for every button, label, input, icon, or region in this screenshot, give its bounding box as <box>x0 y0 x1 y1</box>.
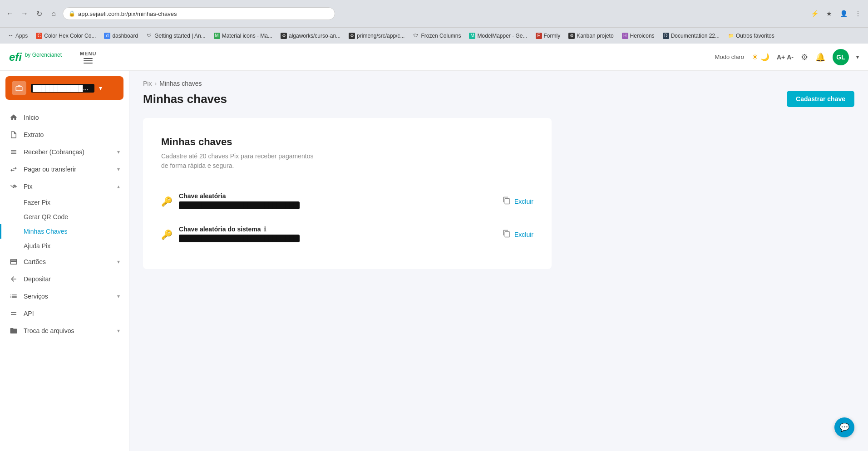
keys-card: Minhas chaves Cadastre até 20 chaves Pix… <box>143 118 552 269</box>
key-actions-2: Excluir <box>503 230 533 240</box>
browser-actions: ⚡ ★ 👤 ⋮ <box>808 7 864 20</box>
servicos-chevron: ▾ <box>117 293 120 299</box>
extensions-button[interactable]: ⚡ <box>808 7 821 20</box>
bookmark-frozen-label: Frozen Columns <box>421 33 461 39</box>
bookmark-colorhex[interactable]: C Color Hex Color Co... <box>32 31 99 40</box>
breadcrumb-current: Minhas chaves <box>159 80 202 87</box>
sidebar: ████████████████ ▾ Início Extrato <box>0 71 129 451</box>
arquivos-chevron: ▾ <box>117 328 120 334</box>
menu-lines <box>84 58 93 64</box>
sidebar-item-pix[interactable]: Pix ▴ <box>0 178 129 195</box>
settings-icon[interactable]: ⚙ <box>801 52 808 62</box>
forward-button[interactable]: → <box>18 7 31 20</box>
card-icon <box>9 258 18 266</box>
copy-key-1-button[interactable] <box>503 196 511 206</box>
sidebar-item-servicos[interactable]: Serviços ▾ <box>0 288 129 305</box>
sidebar-item-label-pagar: Pagar ou transferir <box>24 166 112 173</box>
excluir-key-1-button[interactable]: Excluir <box>514 198 533 205</box>
browser-nav-buttons: ← → ↻ ⌂ <box>4 7 60 20</box>
bookmark-button[interactable]: ★ <box>823 7 835 20</box>
sidebar-item-label-arquivos: Troca de arquivos <box>24 327 112 334</box>
font-controls: A+ A- <box>777 54 794 61</box>
bookmark-frozen[interactable]: 🛡 Frozen Columns <box>409 31 464 40</box>
excluir-key-2-button[interactable]: Excluir <box>514 231 533 238</box>
page-header: Minhas chaves Cadastrar chave <box>143 91 854 107</box>
apps-icon: ⚏ <box>7 33 14 39</box>
more-button[interactable]: ⋮ <box>852 7 864 20</box>
breadcrumb-parent[interactable]: Pix <box>143 80 152 87</box>
fazer-pix-label: Fazer Pix <box>24 199 50 206</box>
bookmark-kanban[interactable]: ⚙ Kanban projeto <box>565 31 617 40</box>
sidebar-item-api[interactable]: API <box>0 305 129 322</box>
breadcrumb: Pix › Minhas chaves <box>143 80 854 87</box>
sidebar-item-label-servicos: Serviços <box>24 293 112 300</box>
bookmark-material[interactable]: M Material icons - Ma... <box>210 31 276 40</box>
profile-button[interactable]: 👤 <box>837 7 850 20</box>
sidebar-subitem-fazer-pix[interactable]: Fazer Pix <box>0 195 129 210</box>
bookmark-algaworks-label: algaworks/curso-an... <box>289 33 340 39</box>
sidebar-item-inicio[interactable]: Início <box>0 109 129 126</box>
cartoes-chevron: ▾ <box>117 259 120 265</box>
sidebar-subitem-ajuda-pix[interactable]: Ajuda Pix <box>0 239 129 253</box>
register-key-button[interactable]: Cadastrar chave <box>787 91 854 107</box>
card-subtitle: Cadastre até 20 chaves Pix para receber … <box>161 152 533 171</box>
bookmarks-bar: ⚏ Apps C Color Hex Color Co... d dashboa… <box>0 27 868 44</box>
bookmark-documentation[interactable]: D Documentation 22... <box>659 31 723 40</box>
notifications-icon[interactable]: 🔔 <box>815 52 825 62</box>
modelmapper-icon: M <box>469 33 475 39</box>
main-layout: ████████████████ ▾ Início Extrato <box>0 71 868 451</box>
back-button[interactable]: ← <box>4 7 16 20</box>
sidebar-item-cartoes[interactable]: Cartões ▾ <box>0 253 129 270</box>
key-info-1: Chave aleatória ████████████████████████… <box>179 192 496 211</box>
user-avatar[interactable]: GL <box>833 49 849 65</box>
pix-chevron: ▴ <box>117 183 120 190</box>
info-icon-2[interactable]: ℹ <box>264 226 266 233</box>
sun-icon: ☀ <box>751 52 759 62</box>
menu-button[interactable]: MENU <box>80 51 96 64</box>
sidebar-item-receber[interactable]: Receber (Cobranças) ▾ <box>0 143 129 161</box>
sidebar-item-label-depositar: Depositar <box>24 275 120 283</box>
address-bar[interactable]: 🔒 app.sejaefi.com.br/pix/minhas-chaves <box>63 7 335 20</box>
reload-button[interactable]: ↻ <box>33 7 45 20</box>
bookmark-formly-label: Formly <box>544 33 561 39</box>
bookmark-modelmapper[interactable]: M ModelMapper - Ge... <box>465 31 531 40</box>
sidebar-item-arquivos[interactable]: Troca de arquivos ▾ <box>0 322 129 339</box>
bookmark-apps[interactable]: ⚏ Apps <box>4 31 31 40</box>
font-decrease-button[interactable]: A- <box>787 54 794 61</box>
copy-key-2-button[interactable] <box>503 230 511 240</box>
minhas-chaves-label: Minhas Chaves <box>24 228 68 235</box>
bookmark-outros[interactable]: 📁 Outros favoritos <box>724 31 778 40</box>
user-menu-chevron[interactable]: ▾ <box>856 54 859 60</box>
bookmark-algaworks[interactable]: ⚙ algaworks/curso-an... <box>277 31 344 40</box>
bookmark-heroicons[interactable]: H Heroicons <box>618 31 658 40</box>
key-type-1: Chave aleatória <box>179 192 496 200</box>
font-increase-button[interactable]: A+ <box>777 54 785 61</box>
account-selector[interactable]: ████████████████ ▾ <box>5 76 123 100</box>
key-list: 🔑 Chave aleatória ██████████████████████… <box>161 185 533 251</box>
bookmark-primeng[interactable]: ⚙ primeng/src/app/c... <box>345 31 408 40</box>
chat-button[interactable]: 💬 <box>834 417 854 437</box>
folder-icon: 📁 <box>728 33 734 39</box>
frozen-icon: 🛡 <box>413 33 419 39</box>
mode-label: Modo claro <box>715 54 744 60</box>
bookmark-heroicons-label: Heroicons <box>630 33 655 39</box>
sidebar-item-extrato[interactable]: Extrato <box>0 126 129 143</box>
sidebar-subitem-minhas-chaves[interactable]: Minhas Chaves <box>0 224 129 239</box>
bookmark-getting-started[interactable]: 🛡 Getting started | An... <box>143 31 209 40</box>
mode-toggle[interactable]: ☀ 🌙 <box>751 52 769 62</box>
account-name: ████████████████ <box>31 84 94 93</box>
breadcrumb-separator: › <box>154 80 157 87</box>
bookmark-dashboard[interactable]: d dashboard <box>100 31 142 40</box>
menu-label: MENU <box>80 51 96 56</box>
url-text: app.sejaefi.com.br/pix/minhas-chaves <box>78 10 177 17</box>
sidebar-item-depositar[interactable]: Depositar <box>0 270 129 288</box>
sidebar-nav: Início Extrato Receber (Cobranças) ▾ <box>0 105 129 451</box>
sidebar-item-pagar[interactable]: Pagar ou transferir ▾ <box>0 161 129 178</box>
bookmark-formly[interactable]: F Formly <box>532 31 564 40</box>
sidebar-subitem-gerar-qrcode[interactable]: Gerar QR Code <box>0 210 129 224</box>
browser-chrome: ← → ↻ ⌂ 🔒 app.sejaefi.com.br/pix/minhas-… <box>0 0 868 27</box>
lock-icon: 🔒 <box>69 10 75 17</box>
home-button[interactable]: ⌂ <box>47 7 60 20</box>
sidebar-item-label-receber: Receber (Cobranças) <box>24 148 112 156</box>
account-chevron: ▾ <box>99 84 102 92</box>
